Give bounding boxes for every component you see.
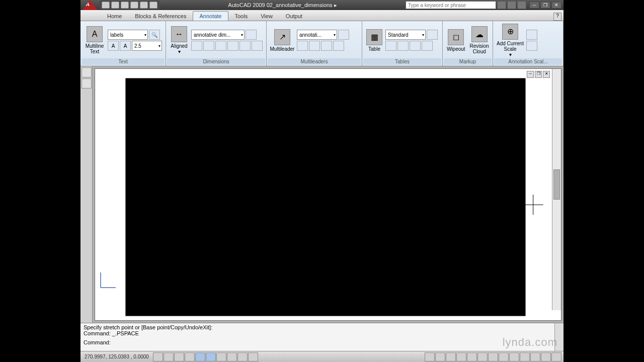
properties-palette-icon[interactable]: [82, 67, 92, 77]
table-link-icon[interactable]: [397, 41, 409, 51]
aligned-dimension-button[interactable]: ↔ Aligned ▾: [168, 23, 190, 57]
addscale-label: Add Current Scale: [497, 41, 524, 52]
scale-sync-icon[interactable]: [526, 41, 537, 51]
vp-close-icon[interactable]: ✕: [543, 71, 550, 78]
undo-icon[interactable]: [140, 2, 148, 9]
open-icon[interactable]: [111, 2, 119, 9]
multileader-icon: ↗: [274, 29, 290, 45]
tab-tools[interactable]: Tools: [228, 11, 255, 21]
dim-continue-icon[interactable]: [203, 41, 214, 51]
add-current-scale-button[interactable]: ⊕ Add Current Scale ▾: [495, 23, 525, 57]
polar-toggle[interactable]: [185, 352, 195, 361]
lwt-toggle[interactable]: [237, 352, 248, 361]
mleader-align-icon[interactable]: [321, 41, 332, 51]
help-icon[interactable]: ?: [553, 13, 561, 21]
revcloud-button[interactable]: ☁ Revision Cloud: [468, 23, 491, 57]
model-paper-toggle[interactable]: [425, 352, 435, 361]
ducs-toggle[interactable]: [216, 352, 226, 361]
dyn-toggle[interactable]: [227, 352, 237, 361]
vp-minimize-icon[interactable]: ─: [527, 71, 534, 78]
dim-linear-icon[interactable]: [191, 41, 202, 51]
tab-home[interactable]: Home: [101, 11, 128, 21]
grid-toggle[interactable]: [164, 352, 174, 361]
search-input[interactable]: [406, 1, 496, 9]
save-icon[interactable]: [121, 2, 129, 9]
layers-palette-icon[interactable]: [82, 78, 92, 88]
dim-break-icon[interactable]: [239, 41, 251, 51]
panel-dimensions-title: Dimensions: [167, 58, 265, 65]
tab-annotate[interactable]: Annotate: [193, 11, 228, 21]
table-style-icon[interactable]: [427, 30, 438, 40]
find-icon[interactable]: 🔍: [149, 30, 160, 40]
osnap-toggle[interactable]: [195, 352, 205, 361]
command-line[interactable]: Specify stretch point or [Base point/Cop…: [80, 323, 564, 351]
watermark: lynda.com: [503, 336, 557, 349]
text-format-b-icon[interactable]: A: [120, 41, 131, 51]
scale-list-icon[interactable]: [526, 30, 537, 40]
table-button[interactable]: ▦ Table: [364, 23, 384, 57]
drawing-canvas[interactable]: ─ ❐ ✕ 180 40: [95, 68, 561, 321]
dim-ordinate-icon[interactable]: [227, 41, 238, 51]
revcloud-label: Revision Cloud: [470, 43, 489, 54]
multileader-button[interactable]: ↗ Multileader: [269, 23, 296, 57]
anno-autoscale-icon[interactable]: [509, 352, 519, 361]
text-format-a-icon[interactable]: A: [108, 41, 119, 51]
showmotion-icon[interactable]: [488, 352, 498, 361]
dim-style-combo[interactable]: annotative dim...: [191, 30, 245, 40]
revcloud-icon: ☁: [471, 26, 488, 42]
dim-update-icon[interactable]: [246, 30, 257, 40]
close-button[interactable]: ✕: [551, 2, 561, 9]
vp-restore-icon[interactable]: ❐: [535, 71, 542, 78]
minimize-button[interactable]: ─: [529, 2, 539, 9]
mleader-edit-icon[interactable]: [338, 30, 349, 40]
print-icon[interactable]: [130, 2, 138, 9]
restore-button[interactable]: ❐: [540, 2, 550, 9]
panel-text-title: Text: [82, 58, 165, 65]
tab-output[interactable]: Output: [279, 11, 309, 21]
qview-drawings-icon[interactable]: [446, 352, 456, 361]
mleader-collect-icon[interactable]: [333, 41, 344, 51]
dim-baseline-icon[interactable]: [215, 41, 226, 51]
ortho-toggle[interactable]: [174, 352, 184, 361]
wipeout-button[interactable]: ◻ Wipeout: [445, 23, 467, 57]
vertical-scrollbar[interactable]: [552, 69, 561, 310]
zoom-icon[interactable]: [467, 352, 477, 361]
pan-icon[interactable]: [456, 352, 466, 361]
steering-wheel-icon[interactable]: [477, 352, 488, 361]
text-height-combo[interactable]: 2.5: [132, 41, 162, 51]
snap-toggle[interactable]: [153, 352, 163, 361]
anno-visibility-icon[interactable]: [499, 352, 509, 361]
mleader-style-combo[interactable]: annotati...: [297, 30, 337, 40]
drawing-area: ─ ❐ ✕ 180 40: [80, 66, 564, 323]
otrack-toggle[interactable]: [206, 352, 216, 361]
mleader-add-icon[interactable]: [297, 41, 308, 51]
tab-view[interactable]: View: [254, 11, 279, 21]
search-icon[interactable]: [497, 1, 506, 9]
table-extract-icon[interactable]: [385, 41, 396, 51]
multiline-text-button[interactable]: A Multiline Text: [83, 23, 107, 57]
workspace-switch-icon[interactable]: [530, 352, 540, 361]
new-icon[interactable]: [102, 2, 110, 9]
holes-note: 6 HOLES EVENLY SPACED: [170, 281, 193, 299]
table-upload-icon[interactable]: [422, 41, 433, 51]
favorites-icon[interactable]: [517, 1, 526, 9]
anno-scale-icon[interactable]: [520, 352, 530, 361]
quick-access-toolbar: [100, 1, 159, 10]
detail-title: DETAIL: [424, 222, 443, 228]
dim-jog-icon[interactable]: [252, 41, 263, 51]
toolbar-lock-icon[interactable]: [541, 352, 551, 361]
qp-toggle[interactable]: [248, 352, 258, 361]
comm-center-icon[interactable]: [507, 1, 516, 9]
ribbon-tabs: Home Blocks & References Annotate Tools …: [80, 10, 564, 21]
coordinates-readout[interactable]: 270.9997, 125.0383 , 0.0000: [80, 354, 153, 359]
table-download-icon[interactable]: [410, 41, 421, 51]
ribbon: A Multiline Text labels 🔍 A A 2.5 Text: [80, 21, 564, 66]
qview-layouts-icon[interactable]: [435, 352, 445, 361]
autocad-logo-icon[interactable]: [83, 0, 98, 10]
table-style-combo[interactable]: Standard: [385, 30, 426, 40]
mleader-remove-icon[interactable]: [309, 41, 320, 51]
redo-icon[interactable]: [149, 2, 157, 9]
clean-screen-icon[interactable]: [551, 352, 561, 361]
text-style-combo[interactable]: labels: [108, 30, 148, 40]
tab-blocks[interactable]: Blocks & References: [128, 11, 193, 21]
